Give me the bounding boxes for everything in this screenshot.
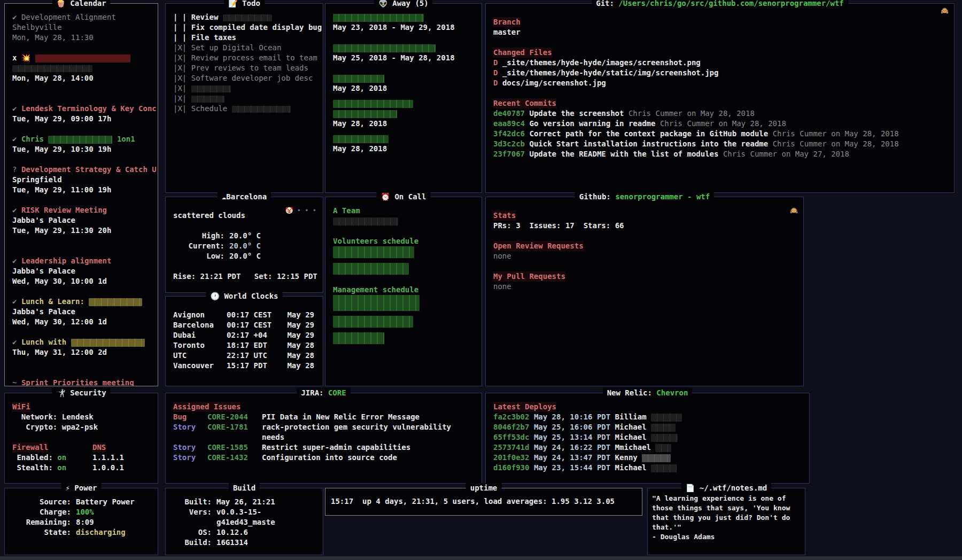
calendar-event: ~ Sprint Priorities meeting Jabba's Pala… <box>12 378 150 386</box>
jira-issue-row: BugCORE-2044PII Data in New Relic Error … <box>173 412 474 422</box>
redacted-surname <box>651 424 676 432</box>
away-dates: May 23, 2018 - May 29, 2018 <box>333 22 474 33</box>
git-panel[interactable]: Git: /Users/chris/go/src/github.com/seno… <box>485 3 955 193</box>
calendar-panel[interactable]: 🍿 Calendar ✔ Development Alignment Shelb… <box>4 3 158 386</box>
todo-body: | | Review | | Fix compiled date display… <box>166 4 323 192</box>
jira-panel-title: JIRA: CORE <box>297 388 350 398</box>
event-marker: ✔ <box>12 135 17 143</box>
todo-item-text: Schedule <box>191 104 227 113</box>
commit-message: Correct path for the context package in … <box>529 129 768 138</box>
deploy-when: May 25, 13:14 PDT <box>534 433 610 441</box>
on-call-panel[interactable]: ⏰ On Call A Team Volunteers schedule Man… <box>325 197 482 386</box>
new-relic-panel-title: New Relic: Chevron <box>603 388 693 398</box>
jira-assigned-label: Assigned Issues <box>173 402 241 412</box>
hear-no-evil-monkey-icon: 🙉 <box>790 206 798 216</box>
git-body: Branch master Changed Files D _site/them… <box>486 4 954 192</box>
event-location: Jabba's Palace <box>12 307 150 317</box>
build-panel[interactable]: Build Built:May 26, 21:21 Vers:v0.0.3-15… <box>165 488 323 555</box>
on-call-title-text: On Call <box>394 192 426 201</box>
world-clocks-panel[interactable]: 🕐 World Clocks Avignon00:17 CESTMay 29 B… <box>165 296 323 386</box>
github-body: Stats PRs: 3 Issues: 17 Stars: 66 Open R… <box>486 197 803 386</box>
issue-type: Bug <box>173 412 207 422</box>
clock-time: 22:17 UTC <box>227 351 286 361</box>
todo-item-text: Review <box>191 13 219 21</box>
todo-checkbox[interactable]: | | <box>173 23 187 32</box>
notes-panel[interactable]: 📄 ~/.wtf/notes.md "A learning experience… <box>647 488 805 555</box>
issue-key[interactable]: CORE-1585 <box>207 442 262 453</box>
issue-key[interactable]: CORE-2044 <box>207 412 262 422</box>
clock-time: 15:17 PDT <box>227 361 286 371</box>
todo-checkbox[interactable]: | | <box>173 33 187 42</box>
lightning-icon: ⚡ <box>65 484 69 492</box>
jira-project-name: CORE <box>328 388 346 397</box>
weather-panel-title: ☁Barcelona <box>218 192 271 202</box>
new-relic-panel[interactable]: New Relic: Chevron Latest Deploys fa2c3b… <box>485 393 810 484</box>
away-panel[interactable]: 👽 Away (5) May 23, 2018 - May 29, 2018 M… <box>325 3 482 193</box>
event-time: Mon, May 28, 11:30 <box>12 33 150 43</box>
github-title-label: Github: <box>579 192 611 201</box>
event-marker: ✔ <box>12 104 17 113</box>
todo-checkbox[interactable]: |X| <box>173 84 187 92</box>
event-title-suffix: 1on1 <box>117 135 135 143</box>
power-title-text: Power <box>74 484 97 492</box>
weather-low-value: 20.0° C <box>229 251 315 261</box>
todo-checkbox[interactable]: |X| <box>173 43 187 52</box>
issue-type: Story <box>173 442 207 453</box>
deploy-who: Michael <box>615 423 647 431</box>
redacted-schedule <box>333 263 409 275</box>
calendar-event: x 💥 Mon, May 28, 14:00 <box>12 53 150 83</box>
commit-hash: 3f42dc6 <box>493 129 525 138</box>
todo-checkbox[interactable]: | | <box>173 13 187 21</box>
build-body: Built:May 26, 21:21 Vers:v0.0.3-15-g41ed… <box>166 488 323 555</box>
security-panel[interactable]: 🤺 Security WiFi Network: Lendesk Crypto:… <box>4 393 158 484</box>
deploy-hash: 65ff53dc <box>493 433 529 441</box>
todo-checkbox[interactable]: |X| <box>173 53 187 62</box>
deploy-row: d160f930 May 23, 15:44 PDT Michael <box>493 463 802 473</box>
todo-checkbox[interactable]: |X| <box>173 74 187 82</box>
calendar-event: ✔ Lendesk Terminology & Key Conc Tue, Ma… <box>12 104 150 124</box>
uptime-panel[interactable]: uptime 15:17 up 4 days, 21:31, 5 users, … <box>325 488 642 516</box>
notes-body[interactable]: "A learning experience is one of those t… <box>648 488 805 555</box>
github-panel[interactable]: Github: senorprogrammer - wtf 🙉 Stats PR… <box>485 197 804 386</box>
notes-line: - Douglas Adams <box>652 532 801 542</box>
calendar-body: ✔ Development Alignment Shelbyville Mon,… <box>5 4 158 386</box>
event-title: Development Strategy & Catch U <box>21 165 157 174</box>
build-build-label: Build: <box>173 538 212 548</box>
weather-high-value: 20.0° C <box>229 231 315 241</box>
power-panel[interactable]: ⚡ Power Source:Battery Power Charge:100%… <box>4 488 158 555</box>
weather-panel[interactable]: ☁Barcelona 🤡 • • • scattered clouds High… <box>165 197 323 293</box>
github-pulls-label: My Pull Requests <box>493 271 565 282</box>
redacted-event-title <box>35 55 130 63</box>
todo-checkbox[interactable]: |X| <box>173 64 187 72</box>
deploy-hash: 8046f2b7 <box>493 423 529 431</box>
issue-type: Story <box>173 453 207 463</box>
redacted-person-name <box>333 44 436 52</box>
github-stats-label: Stats <box>493 211 516 221</box>
redacted-surname <box>651 414 682 422</box>
redacted-surname <box>651 464 677 472</box>
github-stars-label: Stars: <box>584 221 611 230</box>
wtf-terminal-dashboard: 🍿 Calendar ✔ Development Alignment Shelb… <box>0 0 962 560</box>
github-prs-value: 3 <box>516 221 520 230</box>
firewall-stealth-value: on <box>57 463 66 472</box>
todo-item-text: Fix compiled date display bug <box>191 23 322 32</box>
issue-key[interactable]: CORE-1432 <box>207 453 262 463</box>
network-value: Lendesk <box>62 413 94 421</box>
weather-title-text: Barcelona <box>226 192 267 201</box>
todo-panel[interactable]: 📝 Todo | | Review | | Fix compiled date … <box>165 3 323 193</box>
jira-panel[interactable]: JIRA: CORE Assigned Issues BugCORE-2044P… <box>165 393 482 484</box>
issue-key[interactable]: CORE-1781 <box>207 422 262 442</box>
todo-panel-title: 📝 Todo <box>224 0 265 9</box>
file-path: _site/themes/hyde-hyde/images/screenshot… <box>502 58 701 67</box>
todo-checkbox[interactable]: |X| <box>173 104 187 113</box>
file-flag: D <box>493 79 498 87</box>
on-call-team-label: A Team <box>333 206 474 216</box>
todo-checkbox[interactable]: |X| <box>173 94 187 103</box>
clock-city: Vancouver <box>173 361 227 371</box>
notes-panel-title: 📄 ~/.wtf/notes.md <box>681 483 771 493</box>
commit-meta: Chris Cummer on May 28, 2018 <box>660 119 786 128</box>
event-time: Tue, May 29, 09:00 17h <box>12 114 150 124</box>
redacted-person-name <box>333 100 413 108</box>
away-title-text: Away (5) <box>392 0 428 7</box>
build-os-label: OS: <box>173 527 212 538</box>
